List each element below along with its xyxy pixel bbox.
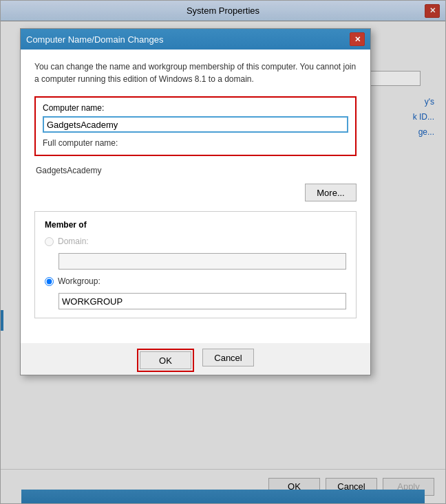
- workgroup-label: Workgroup:: [58, 276, 100, 286]
- inner-dialog-body: You can change the name and workgroup me…: [21, 50, 370, 343]
- domain-label: Domain:: [58, 237, 89, 246]
- domain-input[interactable]: [59, 253, 346, 270]
- inner-dialog-close-button[interactable]: ✕: [350, 32, 365, 46]
- more-btn-row: More...: [34, 184, 357, 201]
- system-properties-window: System Properties ✕ y's k ID... ge... OK…: [0, 0, 446, 504]
- description-text: You can change the name and workgroup me…: [34, 61, 357, 85]
- workgroup-radio[interactable]: [45, 277, 54, 286]
- more-button[interactable]: More...: [305, 184, 357, 201]
- workgroup-radio-row: Workgroup:: [45, 276, 346, 286]
- member-of-title: Member of: [45, 220, 346, 230]
- workgroup-input[interactable]: [59, 293, 346, 309]
- computer-name-label: Computer name:: [43, 103, 348, 113]
- ok-btn-wrapper: OK: [137, 349, 194, 372]
- full-computer-name-label: Full computer name:: [43, 138, 348, 148]
- dialog-buttons-row: OK Cancel: [21, 343, 370, 375]
- close-icon: ✕: [354, 35, 361, 44]
- inner-dialog-title: Computer Name/Domain Changes: [26, 34, 163, 45]
- computer-name-dialog: Computer Name/Domain Changes ✕ You can c…: [20, 28, 371, 375]
- inner-dialog-titlebar: Computer Name/Domain Changes ✕: [21, 29, 370, 50]
- dialog-cancel-button[interactable]: Cancel: [202, 349, 254, 366]
- computer-name-section: Computer name: Full computer name:: [34, 96, 357, 156]
- domain-radio-row: Domain:: [45, 237, 346, 246]
- dialog-ok-button[interactable]: OK: [140, 351, 191, 369]
- computer-name-input[interactable]: [43, 116, 348, 133]
- domain-radio[interactable]: [45, 237, 54, 246]
- full-computer-name-value: GadgetsAcademy: [36, 166, 357, 175]
- member-of-section: Member of Domain: Workgroup:: [34, 211, 357, 318]
